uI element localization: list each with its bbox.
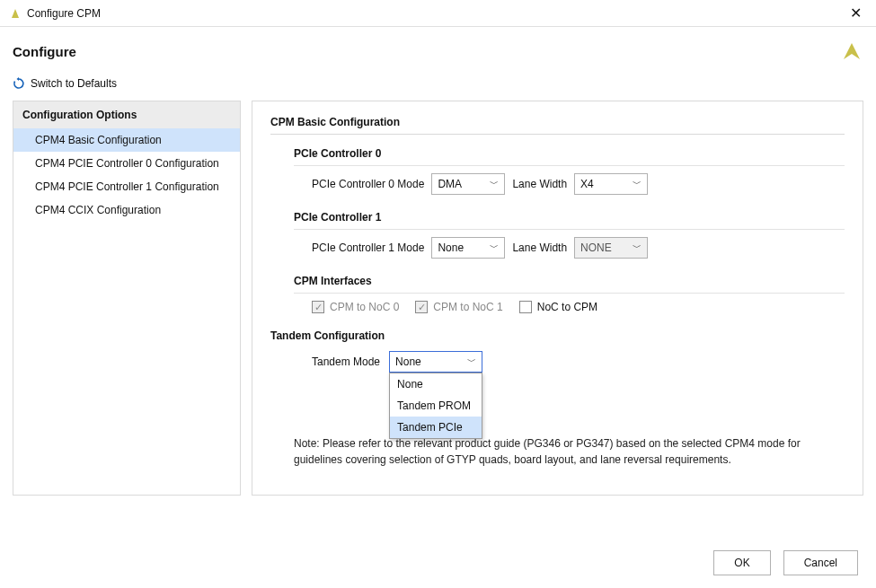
button-label: Cancel	[804, 557, 837, 569]
tandem-option-prom[interactable]: Tandem PROM	[390, 395, 482, 417]
sidebar-item-ccix[interactable]: CPM4 CCIX Configuration	[13, 198, 240, 222]
main-panel: CPM Basic Configuration PCIe Controller …	[252, 101, 863, 496]
sidebar-item-label: CPM4 Basic Configuration	[35, 134, 162, 146]
cpm-interfaces-section: CPM Interfaces ✓ CPM to NoC 0 ✓ CPM to N…	[294, 275, 845, 313]
close-icon[interactable]: ✕	[845, 4, 867, 22]
pcie1-lane-label: Lane Width	[512, 241, 567, 254]
pcie0-lane-label: Lane Width	[512, 178, 567, 190]
chevron-down-icon: ﹀	[467, 355, 476, 368]
sidebar-header: Configuration Options	[13, 101, 240, 128]
sidebar-item-label: CPM4 CCIX Configuration	[35, 204, 161, 216]
pcie0-mode-select[interactable]: DMA ﹀	[431, 173, 505, 195]
refresh-icon[interactable]	[13, 77, 25, 90]
checkbox-unchecked-icon[interactable]	[519, 301, 532, 313]
pcie1-title: PCIe Controller 1	[294, 211, 845, 230]
option-label: Tandem PCIe	[397, 421, 463, 434]
switch-defaults-bar: Switch to Defaults	[7, 70, 869, 101]
noc-cpm-label: NoC to CPM	[537, 301, 597, 313]
tandem-mode-value: None	[395, 355, 421, 368]
window-title: Configure CPM	[27, 7, 845, 20]
button-label: OK	[734, 557, 749, 569]
cpm-interfaces-title: CPM Interfaces	[294, 275, 845, 294]
pcie1-mode-label: PCIe Controller 1 Mode	[312, 241, 424, 254]
page-header: Configure	[7, 27, 869, 70]
chevron-down-icon: ﹀	[633, 241, 642, 254]
svg-marker-0	[12, 9, 19, 18]
pcie0-lane-value: X4	[580, 178, 594, 190]
cpm-noc0-label: CPM to NoC 0	[330, 301, 399, 313]
dialog-footer: OK Cancel	[713, 550, 858, 575]
pcie0-title: PCIe Controller 0	[294, 147, 845, 166]
tandem-mode-dropdown: None Tandem PROM Tandem PCIe	[389, 373, 482, 439]
pcie0-section: PCIe Controller 0 PCIe Controller 0 Mode…	[294, 147, 845, 195]
sidebar: Configuration Options CPM4 Basic Configu…	[13, 101, 241, 496]
checkbox-checked-disabled-icon: ✓	[312, 301, 324, 313]
pcie0-lane-select[interactable]: X4 ﹀	[574, 173, 648, 195]
tandem-title: Tandem Configuration	[270, 329, 845, 342]
noc-cpm-checkbox[interactable]: NoC to CPM	[519, 301, 597, 313]
cpm-noc0-checkbox: ✓ CPM to NoC 0	[312, 301, 399, 313]
brand-logo-icon	[840, 39, 863, 63]
chevron-down-icon: ﹀	[490, 178, 499, 190]
section-title: CPM Basic Configuration	[270, 116, 845, 135]
sidebar-item-basic[interactable]: CPM4 Basic Configuration	[13, 128, 240, 152]
option-label: None	[397, 378, 423, 391]
cpm-noc1-label: CPM to NoC 1	[433, 301, 502, 313]
pcie0-mode-label: PCIe Controller 0 Mode	[312, 178, 424, 190]
cpm-noc1-checkbox: ✓ CPM to NoC 1	[415, 301, 502, 313]
pcie1-lane-select: NONE ﹀	[574, 237, 648, 259]
app-icon	[9, 7, 22, 20]
tandem-mode-label: Tandem Mode	[312, 355, 380, 368]
ok-button[interactable]: OK	[713, 550, 770, 575]
pcie1-lane-value: NONE	[580, 241, 612, 254]
pcie0-mode-value: DMA	[438, 178, 462, 190]
tandem-option-pcie[interactable]: Tandem PCIe	[390, 417, 482, 438]
page-title: Configure	[13, 44, 840, 59]
sidebar-item-label: CPM4 PCIE Controller 1 Configuration	[35, 180, 219, 193]
checkbox-checked-disabled-icon: ✓	[415, 301, 428, 313]
cancel-button[interactable]: Cancel	[783, 550, 858, 575]
svg-marker-1	[844, 43, 860, 59]
chevron-down-icon: ﹀	[633, 178, 642, 190]
svg-marker-2	[17, 77, 20, 81]
pcie1-mode-value: None	[438, 241, 464, 254]
tandem-option-none[interactable]: None	[390, 373, 482, 395]
sidebar-item-pcie1[interactable]: CPM4 PCIE Controller 1 Configuration	[13, 175, 240, 198]
tandem-section: Tandem Configuration Tandem Mode None ﹀ …	[270, 329, 845, 373]
chevron-down-icon: ﹀	[490, 241, 499, 254]
sidebar-item-label: CPM4 PCIE Controller 0 Configuration	[35, 157, 219, 170]
sidebar-item-pcie0[interactable]: CPM4 PCIE Controller 0 Configuration	[13, 152, 240, 175]
titlebar: Configure CPM ✕	[0, 0, 876, 27]
option-label: Tandem PROM	[397, 399, 471, 412]
tandem-mode-select[interactable]: None ﹀	[389, 351, 482, 373]
pcie1-section: PCIe Controller 1 PCIe Controller 1 Mode…	[294, 211, 845, 259]
switch-defaults-link[interactable]: Switch to Defaults	[31, 77, 117, 90]
note-text: Note: Please refer to the relevant produ…	[294, 435, 845, 468]
pcie1-mode-select[interactable]: None ﹀	[431, 237, 505, 259]
